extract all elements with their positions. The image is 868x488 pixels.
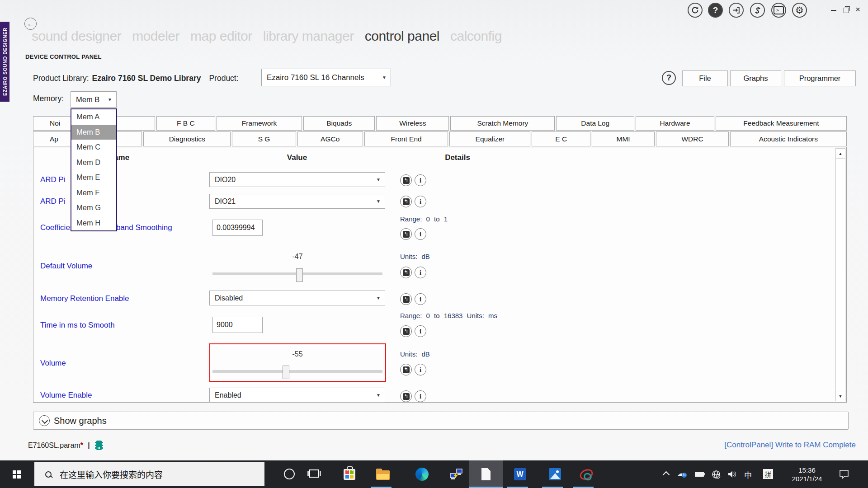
tray-expand-icon[interactable] — [663, 471, 670, 479]
param-select[interactable]: Enabled▼ — [209, 388, 385, 403]
dropdown-option[interactable]: Mem H — [71, 216, 116, 231]
param-select[interactable]: DIO21▼ — [209, 194, 385, 209]
tab-data-log[interactable]: Data Log — [556, 116, 634, 131]
taskbar-app-photos[interactable] — [541, 460, 568, 488]
param-select[interactable]: DIO20▼ — [209, 172, 385, 187]
tab-scratch-memory[interactable]: Scratch Memory — [450, 116, 555, 131]
tab-hardware[interactable]: Hardware — [636, 116, 714, 131]
network-globe-icon[interactable] — [712, 470, 721, 481]
revert-icon[interactable]: ↰ — [400, 325, 412, 337]
transfer-icon[interactable] — [750, 3, 765, 18]
battery-icon[interactable] — [695, 472, 704, 477]
product-select[interactable]: Ezairo 7160 SL 16 Channels▼ — [261, 69, 391, 86]
memory-select[interactable]: Mem B▼ — [71, 91, 117, 108]
param-input[interactable]: 9000 — [212, 317, 263, 333]
action-center-icon[interactable] — [839, 469, 849, 481]
info-icon[interactable]: i — [415, 174, 426, 186]
scroll-down-arrow[interactable]: ▼ — [836, 391, 845, 401]
param-input[interactable]: 0.00399994 — [212, 220, 263, 236]
tab-biquads[interactable]: Biquads — [303, 116, 375, 131]
taskbar-clock[interactable]: 15:36 2021/1/24 — [785, 466, 829, 483]
tab-feedback-measurement[interactable]: Feedback Measurement — [716, 116, 847, 131]
taskbar-app-edge[interactable] — [408, 460, 435, 488]
speaker-icon[interactable] — [728, 470, 738, 480]
back-button[interactable]: ← — [24, 18, 37, 30]
taskbar-app-word[interactable]: W — [506, 460, 533, 488]
info-icon[interactable]: i — [415, 228, 426, 240]
vertical-scrollbar[interactable]: ▲ ▼ — [835, 148, 845, 401]
settings-gear-icon[interactable]: ⚙ — [792, 3, 807, 18]
info-icon[interactable]: i — [415, 325, 426, 337]
close-button[interactable]: × — [855, 5, 860, 14]
help-button[interactable]: ? — [662, 71, 676, 85]
task-view-button[interactable] — [309, 469, 319, 478]
terminal-icon[interactable]: >_ — [771, 3, 786, 18]
tab-fbc[interactable]: F B C — [156, 116, 215, 131]
cortana-button[interactable] — [284, 469, 295, 479]
revert-icon[interactable]: ↰ — [400, 390, 412, 402]
dropdown-option[interactable]: Mem F — [71, 185, 116, 201]
taskbar-app-document[interactable] — [472, 460, 500, 488]
revert-icon[interactable]: ↰ — [400, 267, 412, 278]
tab-framework[interactable]: Framework — [217, 116, 302, 131]
import-icon[interactable] — [729, 3, 744, 18]
chip-icon[interactable] — [94, 440, 104, 451]
help-icon[interactable]: ? — [708, 3, 723, 18]
start-button[interactable] — [0, 460, 33, 488]
nav-item-control-panel[interactable]: control panel — [365, 28, 439, 44]
info-icon[interactable]: i — [415, 196, 426, 207]
programmer-button[interactable]: Programmer — [784, 70, 856, 86]
info-icon[interactable]: i — [415, 293, 426, 305]
show-graphs-bar[interactable]: Show graphs — [33, 412, 849, 430]
info-icon[interactable]: i — [415, 364, 426, 375]
taskbar-app-remote-tool[interactable] — [443, 460, 470, 488]
tab-agco[interactable]: AGCo — [297, 131, 363, 146]
onedrive-sync-icon[interactable]: ☁↻ — [677, 469, 685, 479]
param-select[interactable]: Disabled▼ — [209, 291, 385, 305]
param-name[interactable]: Memory Retention Enable — [40, 294, 129, 303]
tab-mmi[interactable]: MMI — [592, 131, 655, 146]
nav-item-calconfig[interactable]: calconfig — [450, 28, 502, 44]
restore-button[interactable] — [844, 8, 849, 13]
tab-wdrc[interactable]: WDRC — [656, 131, 729, 146]
revert-icon[interactable]: ↰ — [400, 228, 412, 240]
slider-track[interactable] — [212, 370, 382, 373]
tab-ec[interactable]: E C — [532, 131, 590, 146]
dropdown-option-selected[interactable]: Mem B — [71, 125, 116, 140]
ime-layout-indicator[interactable]: 拼 — [763, 469, 773, 479]
dropdown-option[interactable]: Mem E — [71, 170, 116, 185]
nav-item-map-editor[interactable]: map editor — [190, 28, 252, 44]
tab-front-end[interactable]: Front End — [364, 131, 448, 146]
revert-icon[interactable]: ↰ — [400, 364, 412, 375]
dropdown-option[interactable]: Mem A — [71, 109, 116, 125]
taskbar-search[interactable]: 在这里输入你要搜索的内容 — [34, 462, 264, 486]
graphs-button[interactable]: Graphs — [730, 70, 781, 86]
refresh-icon[interactable] — [688, 3, 703, 18]
param-name[interactable]: Volume — [40, 359, 66, 368]
scroll-up-arrow[interactable]: ▲ — [836, 149, 845, 159]
tab-wireless[interactable]: Wireless — [376, 116, 449, 131]
nav-item-modeler[interactable]: modeler — [132, 28, 179, 44]
nav-item-library-manager[interactable]: library manager — [263, 28, 354, 44]
taskbar-app-file-explorer[interactable] — [369, 460, 396, 488]
nav-item-sound-designer[interactable]: sound designer — [32, 28, 121, 44]
slider-thumb[interactable] — [283, 366, 289, 379]
tab-equalizer[interactable]: Equalizer — [449, 131, 530, 146]
ime-mode-indicator[interactable]: 中 — [744, 469, 752, 480]
dropdown-option[interactable]: Mem G — [71, 200, 116, 216]
revert-icon[interactable]: ↰ — [400, 196, 412, 207]
taskbar-app-store[interactable] — [336, 460, 363, 488]
dropdown-option[interactable]: Mem D — [71, 155, 116, 170]
minimize-button[interactable] — [831, 10, 836, 11]
param-name[interactable]: Default Volume — [40, 262, 92, 271]
param-name[interactable]: Volume Enable — [40, 391, 92, 400]
info-icon[interactable]: i — [415, 390, 426, 402]
dropdown-option[interactable]: Mem C — [71, 140, 116, 155]
tab-sg[interactable]: S G — [232, 131, 296, 146]
tab-acoustic-indicators[interactable]: Acoustic Indicators — [730, 131, 847, 146]
slider-thumb[interactable] — [296, 268, 303, 282]
file-button[interactable]: File — [682, 70, 728, 86]
revert-icon[interactable]: ↰ — [400, 174, 412, 186]
param-name[interactable]: Time in ms to Smooth — [40, 321, 115, 330]
info-icon[interactable]: i — [415, 267, 426, 278]
